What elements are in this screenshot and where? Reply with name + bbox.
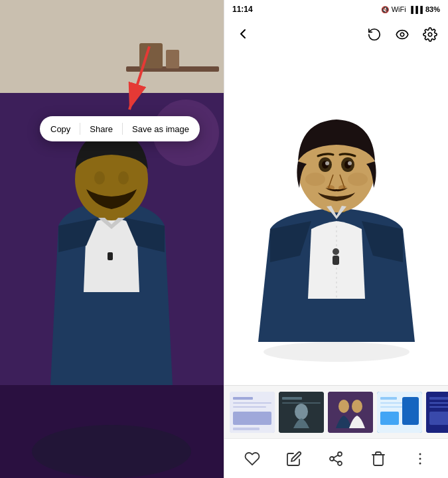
mute-icon: 🔇: [381, 6, 389, 13]
battery-label: 83%: [425, 5, 440, 13]
signal-icon: ▐▐▐: [409, 6, 423, 13]
status-bar: 11:14 🔇 WiFi ▐▐▐ 83%: [224, 0, 448, 19]
svg-rect-0: [0, 0, 224, 93]
svg-rect-40: [282, 397, 302, 400]
nav-icon-group: [367, 27, 437, 45]
svg-point-14: [400, 33, 404, 37]
menu-divider-1: [80, 123, 80, 135]
svg-point-25: [325, 161, 329, 165]
svg-point-29: [305, 173, 325, 186]
favorite-button[interactable]: [238, 444, 267, 473]
save-as-image-button[interactable]: Save as image: [132, 124, 189, 134]
svg-rect-41: [282, 402, 321, 404]
main-image-area: [224, 53, 448, 385]
svg-point-63: [419, 457, 421, 459]
svg-rect-37: [233, 412, 271, 425]
thumbnail-item[interactable]: [377, 392, 422, 433]
svg-rect-53: [429, 397, 448, 400]
svg-point-62: [419, 453, 421, 455]
more-options-button[interactable]: [406, 444, 435, 473]
svg-rect-36: [233, 406, 266, 408]
svg-line-60: [334, 459, 338, 462]
svg-rect-47: [380, 397, 397, 400]
svg-point-30: [348, 173, 368, 186]
svg-rect-54: [429, 402, 448, 404]
svg-rect-11: [108, 252, 113, 260]
thumbnail-item[interactable]: [328, 392, 373, 433]
edit-button[interactable]: [279, 444, 309, 473]
svg-point-15: [428, 33, 432, 37]
top-navigation: [224, 19, 448, 53]
svg-rect-50: [402, 397, 419, 425]
svg-rect-56: [429, 412, 448, 425]
wifi-icon: WiFi: [392, 5, 406, 13]
right-panel: 11:14 🔇 WiFi ▐▐▐ 83%: [224, 0, 448, 478]
menu-divider-2: [122, 123, 123, 135]
view-icon[interactable]: [395, 27, 410, 45]
red-arrow: [116, 40, 169, 122]
svg-point-45: [352, 400, 362, 413]
svg-rect-34: [233, 397, 253, 400]
left-panel: Copy Share Save as image: [0, 0, 224, 478]
delete-button[interactable]: [364, 444, 393, 473]
svg-point-64: [419, 462, 421, 464]
svg-rect-38: [233, 428, 260, 430]
svg-point-26: [348, 161, 352, 165]
svg-point-32: [333, 248, 339, 255]
share-button[interactable]: Share: [90, 124, 113, 134]
share-button[interactable]: [321, 444, 350, 473]
scene-svg: [0, 0, 224, 478]
thumbnail-strip: [224, 385, 448, 438]
svg-point-7: [32, 425, 191, 478]
status-icons: 🔇 WiFi ▐▐▐ 83%: [381, 5, 440, 13]
thumbnail-item[interactable]: [230, 392, 275, 433]
status-time: 11:14: [232, 5, 253, 14]
svg-rect-51: [380, 412, 399, 425]
svg-point-10: [118, 171, 129, 185]
svg-rect-35: [233, 402, 271, 404]
thumbnail-item[interactable]: [426, 392, 448, 433]
svg-line-61: [334, 455, 338, 457]
svg-rect-31: [333, 256, 339, 265]
svg-point-42: [295, 404, 308, 420]
back-button[interactable]: [235, 26, 251, 46]
svg-point-17: [263, 342, 410, 362]
subject-image: [237, 76, 436, 362]
bottom-toolbar: [224, 438, 448, 478]
settings-icon[interactable]: [423, 27, 437, 45]
svg-point-9: [94, 171, 105, 185]
background-image: [0, 0, 224, 478]
svg-rect-55: [429, 406, 448, 408]
thumbnail-item[interactable]: [279, 392, 324, 433]
svg-line-13: [129, 46, 149, 110]
copy-button[interactable]: Copy: [50, 124, 70, 134]
rotate-icon[interactable]: [367, 27, 382, 45]
svg-point-44: [338, 400, 349, 413]
